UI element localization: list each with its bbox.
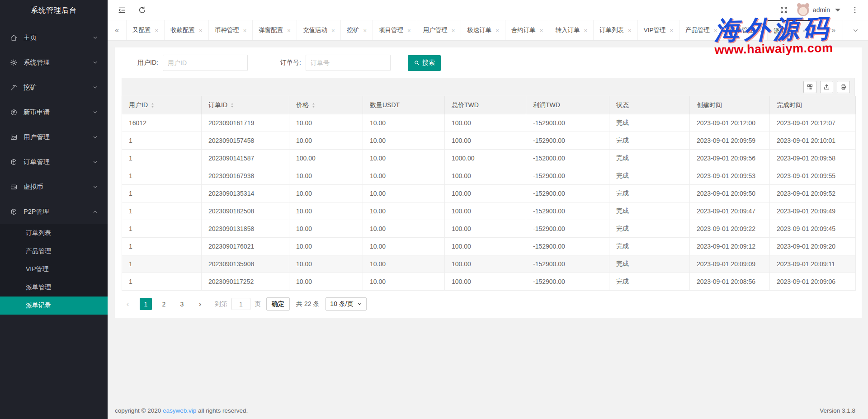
- tab-close-icon[interactable]: ×: [363, 28, 367, 33]
- print-button[interactable]: [837, 81, 850, 93]
- page-button-1[interactable]: 1: [140, 298, 152, 310]
- table-cell: 10.00: [289, 220, 363, 238]
- table-cell: 10.00: [363, 150, 445, 167]
- sidebar-item-订单管理[interactable]: 订单管理: [0, 150, 108, 174]
- table-cell: 2023-09-01 20:09:45: [770, 220, 856, 238]
- tab-close-icon[interactable]: ×: [584, 28, 587, 33]
- tab-close-icon[interactable]: ×: [243, 28, 247, 33]
- sidebar-item-用户管理[interactable]: 用户管理: [0, 125, 108, 150]
- tab-派单记录[interactable]: 派单记录×: [768, 20, 812, 40]
- column-header-inner: 订单ID: [208, 101, 282, 109]
- table-cell: 2023-09-01 20:09:12: [690, 238, 770, 255]
- column-header-用户ID[interactable]: 用户ID: [122, 96, 202, 114]
- table-cell: 2023-09-01 20:09:58: [770, 150, 856, 167]
- tab-close-icon[interactable]: ×: [155, 28, 159, 33]
- sidebar-item-虚拟币[interactable]: 虚拟币: [0, 174, 108, 199]
- sidebar-item-label: 主页: [24, 33, 37, 42]
- tab-充值活动[interactable]: 充值活动×: [297, 20, 341, 40]
- tab-币种管理[interactable]: 币种管理×: [209, 20, 253, 40]
- sidebar-subitem-派单记录[interactable]: 派单记录: [0, 297, 108, 315]
- export-button[interactable]: [820, 81, 833, 93]
- tabs-scroll-left[interactable]: «: [108, 20, 127, 40]
- tab-close-icon[interactable]: ×: [495, 28, 499, 33]
- tab-用户管理[interactable]: 用户管理×: [417, 20, 462, 40]
- tabs-scroll-right[interactable]: »: [824, 20, 843, 40]
- tab-合约订单[interactable]: 合约订单×: [505, 20, 550, 40]
- table-cell: 1: [122, 185, 202, 202]
- fullscreen-icon[interactable]: [780, 6, 788, 14]
- tab-close-icon[interactable]: ×: [540, 28, 543, 33]
- tab-close-icon[interactable]: ×: [758, 28, 762, 33]
- tab-close-icon[interactable]: ×: [407, 28, 411, 33]
- column-header-inner: 利润TWD: [533, 101, 602, 109]
- column-header-inner: 状态: [616, 101, 683, 109]
- tab-项目管理[interactable]: 项目管理×: [373, 20, 417, 40]
- tab-又配置[interactable]: 又配置×: [127, 20, 165, 40]
- tab-close-icon[interactable]: ×: [714, 28, 717, 33]
- page-button-3[interactable]: 3: [176, 298, 188, 310]
- tab-产品管理[interactable]: 产品管理×: [679, 20, 724, 40]
- table-cell: 10.00: [289, 255, 363, 273]
- sidebar-subitem-订单列表[interactable]: 订单列表: [0, 224, 108, 242]
- tab-close-icon[interactable]: ×: [628, 28, 632, 33]
- tabs-dropdown[interactable]: [843, 20, 868, 40]
- header-right-icons: admin: [780, 4, 868, 16]
- tab-close-icon[interactable]: ×: [331, 28, 335, 33]
- sidebar-item-系统管理[interactable]: 系统管理: [0, 50, 108, 75]
- column-header-inner: 完成时间: [777, 101, 849, 109]
- sidebar-item-主页[interactable]: 主页: [0, 25, 108, 50]
- column-label: 订单ID: [208, 101, 227, 109]
- table-cell: 完成: [609, 202, 690, 220]
- tab-收款配置[interactable]: 收款配置×: [165, 20, 209, 40]
- sidebar-item-P2P管理[interactable]: P2P管理: [0, 199, 108, 224]
- column-header-订单ID[interactable]: 订单ID: [202, 96, 289, 114]
- more-vertical-icon[interactable]: [851, 6, 859, 14]
- table-cell: 1: [122, 255, 202, 273]
- order-no-input[interactable]: [306, 55, 391, 71]
- tab-close-icon[interactable]: ×: [670, 28, 673, 33]
- page-size-select[interactable]: 10 条/页: [326, 297, 366, 311]
- tab-close-icon[interactable]: ×: [802, 28, 806, 34]
- columns-icon: [807, 84, 813, 90]
- user-menu[interactable]: admin: [797, 4, 842, 16]
- tab-close-icon[interactable]: ×: [287, 28, 291, 33]
- table-cell: 2023090135908: [202, 255, 289, 273]
- goto-confirm-button[interactable]: 确定: [266, 297, 290, 311]
- column-header-价格[interactable]: 价格: [289, 96, 363, 114]
- mining-icon: [10, 84, 18, 91]
- search-button[interactable]: 搜索: [408, 55, 441, 71]
- table-cell: 完成: [609, 150, 690, 167]
- table-cell: 100.00: [445, 238, 526, 255]
- wallet-icon: [10, 183, 18, 191]
- refresh-icon[interactable]: [138, 6, 146, 14]
- sidebar-subitem-VIP管理[interactable]: VIP管理: [0, 260, 108, 278]
- tab-close-icon[interactable]: ×: [452, 28, 455, 33]
- table-cell: 10.00: [289, 132, 363, 150]
- sidebar-subitem-产品管理[interactable]: 产品管理: [0, 242, 108, 260]
- tab-弹窗配置[interactable]: 弹窗配置×: [253, 20, 297, 40]
- tab-挖矿[interactable]: 挖矿×: [341, 20, 373, 40]
- tab-派单管理[interactable]: 派单管理×: [724, 20, 768, 40]
- columns-button[interactable]: [803, 81, 816, 93]
- user-id-input[interactable]: [163, 55, 248, 71]
- tab-VIP管理[interactable]: VIP管理×: [638, 20, 679, 40]
- tab-极速订单[interactable]: 极速订单×: [461, 20, 505, 40]
- chevron-down-icon: [93, 85, 98, 90]
- sidebar-subitem-派单管理[interactable]: 派单管理: [0, 278, 108, 297]
- page-next-button[interactable]: ›: [194, 298, 206, 310]
- tab-转入订单[interactable]: 转入订单×: [549, 20, 594, 40]
- page-prev-button[interactable]: ‹: [122, 298, 134, 310]
- table-cell: 10.00: [289, 114, 363, 132]
- goto-page-input[interactable]: [231, 298, 250, 310]
- header-left-icons: [108, 6, 146, 14]
- orders-table: 用户ID订单ID价格数量USDT总价TWD利润TWD状态创建时间完成时间 160…: [122, 96, 856, 291]
- tab-订单列表[interactable]: 订单列表×: [594, 20, 638, 40]
- sidebar-item-挖矿[interactable]: 挖矿: [0, 75, 108, 100]
- page-button-2[interactable]: 2: [158, 298, 170, 310]
- sidebar-item-新币申请[interactable]: 新币申请: [0, 100, 108, 125]
- pagination: ‹ 123 › 到第 页 确定 共 22 条 10 条/页: [122, 297, 855, 311]
- tab-close-icon[interactable]: ×: [199, 28, 203, 33]
- easyweb-link[interactable]: easyweb.vip: [163, 407, 196, 414]
- collapse-sidebar-icon[interactable]: [118, 6, 126, 14]
- table-cell: 100.00: [289, 150, 363, 167]
